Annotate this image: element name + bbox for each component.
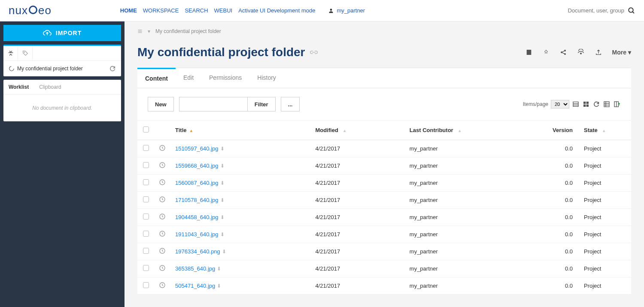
row-checkbox[interactable] <box>143 265 149 271</box>
tab-edit[interactable]: Edit <box>176 68 201 88</box>
new-button[interactable]: New <box>148 97 174 111</box>
tab-content[interactable]: Content <box>137 68 176 88</box>
tab-worklist[interactable]: Worklist <box>3 80 34 94</box>
nav-search[interactable]: SEARCH <box>185 7 208 14</box>
import-button[interactable]: IMPORT <box>3 25 121 41</box>
loading-icon <box>9 66 15 72</box>
tab-permissions[interactable]: Permissions <box>201 68 249 88</box>
file-title-link[interactable]: 1904458_640.jpg <box>175 214 219 220</box>
file-title-link[interactable]: 1510597_640.jpg <box>175 145 219 152</box>
col-version[interactable]: Version <box>548 120 580 140</box>
row-checkbox[interactable] <box>143 214 149 220</box>
cell-state: Project <box>580 226 631 243</box>
cell-state: Project <box>580 277 631 295</box>
file-title-link[interactable]: 1976334_640.png <box>175 248 220 255</box>
cell-contributor: my_partner <box>405 192 548 209</box>
row-checkbox[interactable] <box>143 179 149 185</box>
download-icon[interactable]: ⬇ <box>220 146 225 152</box>
row-checkbox[interactable] <box>143 162 149 168</box>
tab-clipboard[interactable]: Clipboard <box>34 80 66 94</box>
cell-version: 0.0 <box>548 192 580 209</box>
download-icon[interactable]: ⬇ <box>220 180 225 186</box>
download-icon[interactable]: ⬇ <box>220 232 225 238</box>
col-state[interactable]: State▲ <box>580 120 631 140</box>
file-title-link[interactable]: 1911043_640.jpg <box>175 231 219 238</box>
file-title-link[interactable]: 1710578_640.jpg <box>175 197 219 203</box>
download-icon[interactable]: ⬇ <box>220 214 225 220</box>
more-button[interactable]: More ▾ <box>612 49 631 56</box>
download-icon[interactable]: ⬇ <box>222 249 226 255</box>
page-size-select[interactable]: 20 <box>551 100 569 108</box>
user-icon <box>328 8 334 14</box>
nav-webui[interactable]: WEBUI <box>214 7 233 14</box>
svg-rect-13 <box>573 102 578 107</box>
download-icon[interactable]: ⬇ <box>217 283 221 289</box>
svg-rect-18 <box>583 105 586 107</box>
permalink-icon[interactable] <box>310 49 318 55</box>
top-nav: HOME WORKSPACE SEARCH WEBUI Activate UI … <box>120 7 316 14</box>
table-row: 1904458_640.jpg⬇4/21/2017my_partner0.0Pr… <box>137 209 631 226</box>
tree-tab-tag[interactable] <box>18 46 33 60</box>
download-icon[interactable]: ⬇ <box>220 163 225 169</box>
refresh-icon[interactable] <box>109 65 116 72</box>
user-menu[interactable]: my_partner <box>328 7 365 14</box>
search-input[interactable] <box>556 7 624 14</box>
refresh-icon[interactable] <box>592 100 600 108</box>
more-actions-button[interactable]: ... <box>281 97 300 111</box>
row-checkbox[interactable] <box>143 145 149 151</box>
cell-modified: 4/21/2017 <box>311 192 405 209</box>
cell-version: 0.0 <box>548 175 580 192</box>
list-icon[interactable] <box>137 29 143 34</box>
tree-tab-nav[interactable] <box>3 46 18 60</box>
nav-home[interactable]: HOME <box>120 7 137 14</box>
search-icon[interactable] <box>628 7 635 15</box>
nav-workspace[interactable]: WORKSPACE <box>143 7 179 14</box>
cell-modified: 4/21/2017 <box>311 226 405 243</box>
select-all-checkbox[interactable] <box>143 126 149 132</box>
row-checkbox[interactable] <box>143 248 149 254</box>
pin-icon[interactable] <box>543 49 550 56</box>
chevron-down-icon[interactable]: ▾ <box>148 28 150 34</box>
cell-contributor: my_partner <box>405 175 548 192</box>
download-icon[interactable]: ⬇ <box>217 266 221 272</box>
sidebar: IMPORT My confidential project folder <box>0 21 125 307</box>
nav-devmode[interactable]: Activate UI Development mode <box>238 7 315 14</box>
breadcrumb: ▾ My confidential project folder <box>137 21 631 41</box>
subscribe-icon[interactable] <box>577 49 585 56</box>
cell-modified: 4/21/2017 <box>311 260 405 277</box>
sort-icon: ▲ <box>458 128 462 133</box>
file-title-link[interactable]: 505471_640.jpg <box>175 283 215 289</box>
row-checkbox[interactable] <box>143 231 149 237</box>
global-search[interactable] <box>556 7 635 15</box>
col-modified[interactable]: Modified▲ <box>311 120 405 140</box>
tree-item-label[interactable]: My confidential project folder <box>17 66 83 72</box>
filter-input[interactable] <box>179 97 248 111</box>
col-title[interactable]: Title▲ <box>171 120 311 140</box>
filter-button[interactable]: Filter <box>248 97 276 111</box>
file-title-link[interactable]: 1560087_640.jpg <box>175 180 219 186</box>
col-contributor[interactable]: Last Contributor▲ <box>405 120 548 140</box>
row-checkbox[interactable] <box>143 196 149 202</box>
export-icon[interactable] <box>595 49 602 56</box>
cell-modified: 4/21/2017 <box>311 277 405 295</box>
view-list-icon[interactable] <box>572 100 580 108</box>
download-icon[interactable]: ⬇ <box>220 197 225 203</box>
share-icon[interactable] <box>560 49 567 56</box>
cell-contributor: my_partner <box>405 243 548 260</box>
cell-contributor: my_partner <box>405 140 548 157</box>
breadcrumb-title[interactable]: My confidential project folder <box>155 28 221 34</box>
row-checkbox[interactable] <box>143 282 149 288</box>
svg-point-4 <box>9 66 14 71</box>
file-title-link[interactable]: 365385_640.jpg <box>175 265 215 272</box>
summary-icon[interactable] <box>526 49 532 56</box>
tab-history[interactable]: History <box>249 68 284 88</box>
header: nuxeo HOME WORKSPACE SEARCH WEBUI Activa… <box>0 0 644 21</box>
clipboard-empty-text: No document in clipboard. <box>3 95 121 121</box>
excel-export-icon[interactable] <box>603 100 611 108</box>
view-grid-icon[interactable] <box>582 100 590 108</box>
file-title-link[interactable]: 1559668_640.jpg <box>175 163 219 169</box>
edit-columns-icon[interactable] <box>613 100 621 108</box>
cell-state: Project <box>580 192 631 209</box>
logo[interactable]: nuxeo <box>9 4 52 17</box>
cell-state: Project <box>580 175 631 192</box>
